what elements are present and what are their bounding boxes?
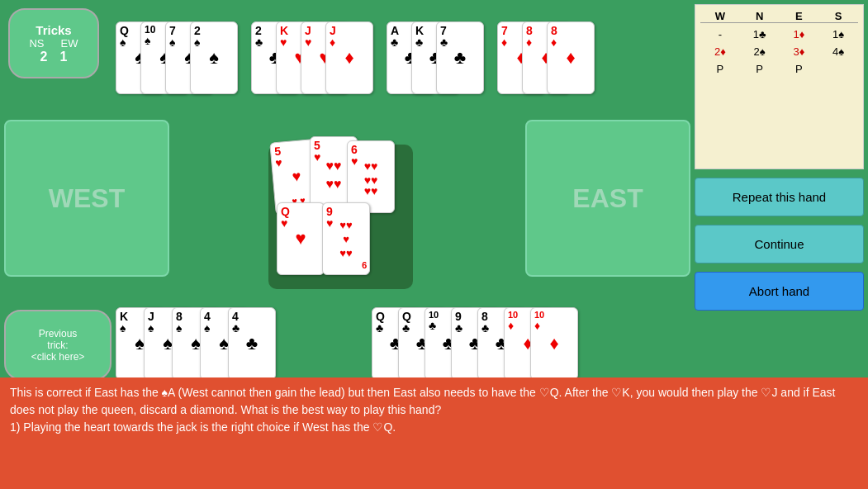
west-label: WEST: [49, 183, 125, 214]
card-north-8-diamonds-2[interactable]: 8♦ ♦: [547, 21, 595, 94]
north-group-1: Q♠ ♠ 10♠ ♠ 7♠ ♠ 2♠ ♠: [116, 21, 238, 94]
bid-row-2: 2♦ 2♠ 3♦ 4♠: [700, 44, 858, 61]
north-group-2: 2♣ ♣ K♥ ♥ J♥ ♥ J♦ ♦: [251, 21, 373, 94]
prev-trick-line2: trick:: [47, 339, 68, 351]
bid-s1: 1♠: [818, 26, 858, 44]
bid-s3: [818, 61, 858, 78]
bid-header: W N E S: [700, 10, 858, 23]
center-trick-area: 5♥ ♥ ♥ ♥ 5♥ ♥♥ ♥♥ 6♥ ♥♥ ♥♥ ♥♥: [223, 120, 462, 310]
card-north-7-clubs[interactable]: 7♣ ♣: [436, 21, 484, 94]
info-text: This is correct if East has the ♠A (West…: [10, 384, 858, 436]
card-north-2-spades[interactable]: 2♠ ♠: [190, 21, 238, 94]
continue-button[interactable]: Continue: [695, 225, 864, 263]
bid-n2: 2♠: [740, 44, 780, 61]
tricks-ns-value: 2: [40, 50, 48, 64]
bid-n3: P: [740, 61, 780, 78]
east-box: EAST: [525, 120, 690, 277]
tricks-box: Tricks NS EW 2 1: [8, 8, 99, 78]
abort-hand-button[interactable]: Abort hand: [695, 272, 864, 311]
tricks-title: Tricks: [36, 23, 71, 37]
bid-col-w: W: [700, 10, 740, 22]
south-left-cards: K♠ ♠ J♠ ♠ 8♠ ♠ 4♠ ♠ 4♣ ♣: [116, 307, 276, 380]
bid-w1: -: [700, 26, 740, 44]
tricks-ew-label: EW: [61, 37, 78, 50]
trick-card-qhearts[interactable]: Q♥ ♥: [277, 202, 325, 275]
bid-s2: 4♠: [818, 44, 858, 61]
bid-e1: 1♦: [780, 26, 819, 44]
previous-trick-button[interactable]: Previous trick: <click here>: [4, 310, 111, 380]
card-south-10-diamonds-2[interactable]: 10♦ ♦: [530, 307, 578, 380]
bid-row-1: - 1♣ 1♦ 1♠: [700, 26, 858, 44]
south-right-cards: Q♣ ♣ Q♣ ♣ 10♣ ♣ 9♣ ♣ 8♣ ♣ 10♦ ♦ 10♦ ♦: [372, 307, 578, 380]
north-cards-area: Q♠ ♠ 10♠ ♠ 7♠ ♠ 2♠ ♠ 2♣ ♣ K♥: [116, 4, 694, 112]
card-south-4-clubs[interactable]: 4♣ ♣: [228, 307, 276, 380]
north-group-3: A♣ ♣ K♣ ♣ 7♣ ♣: [387, 21, 484, 94]
bid-e3: P: [780, 61, 819, 78]
west-box: WEST: [4, 120, 169, 277]
bid-col-s: S: [818, 10, 858, 22]
prev-trick-line1: Previous: [39, 328, 78, 339]
info-text-box: This is correct if East has the ♠A (West…: [0, 377, 868, 489]
bid-n1: 1♣: [740, 26, 780, 44]
card-north-j-diamonds[interactable]: J♦ ♦: [325, 21, 373, 94]
bid-w3: P: [700, 61, 740, 78]
trick-card-9hearts[interactable]: 9♥ ♥♥ ♥ ♥♥ 9: [322, 202, 370, 275]
bid-col-e: E: [780, 10, 819, 22]
tricks-ns-label: NS: [29, 37, 44, 50]
bid-w2: 2♦: [700, 44, 740, 61]
bid-col-n: N: [740, 10, 780, 22]
bid-e2: 3♦: [780, 44, 819, 61]
tricks-ew-value: 1: [60, 50, 68, 64]
repeat-hand-button[interactable]: Repeat this hand: [695, 178, 864, 216]
east-label: EAST: [572, 183, 643, 214]
trick-pile: 5♥ ♥ ♥ ♥ 5♥ ♥♥ ♥♥ 6♥ ♥♥ ♥♥ ♥♥: [260, 128, 425, 301]
north-group-4: 7♦ ♦ 8♦ ♦ 8♦ ♦: [497, 21, 595, 94]
prev-trick-line3: <click here>: [31, 351, 85, 363]
bid-row-3: P P P: [700, 61, 858, 78]
bidding-box: W N E S - 1♣ 1♦ 1♠ 2♦ 2♠ 3♦ 4♠ P P P: [695, 4, 864, 169]
right-panel: Repeat this hand Continue Abort hand: [695, 178, 864, 311]
